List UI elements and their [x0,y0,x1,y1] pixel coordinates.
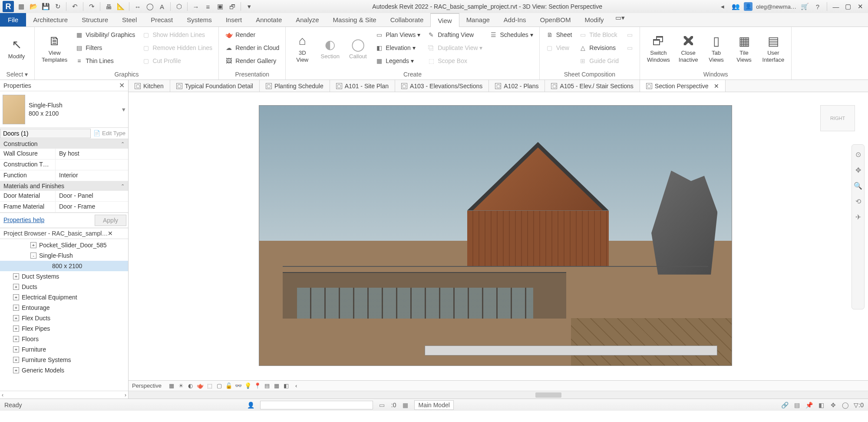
vc-crop-icon[interactable]: ⬚ [206,382,214,390]
vc-pin-icon[interactable]: 📍 [254,382,261,390]
browser-close-icon[interactable]: ✕ [108,230,113,237]
ribbon-tab-steel[interactable]: Steel [115,13,144,27]
tree-expander-icon[interactable]: + [13,284,19,290]
revit-logo-icon[interactable]: R [3,1,14,12]
paperplane-icon[interactable]: ✈ [854,213,862,221]
sheet-button[interactable]: 🗎Sheet [543,29,575,41]
model-icon[interactable]: ▦ [401,401,409,409]
qat-close-hidden-icon[interactable]: ▣ [215,2,225,11]
cart-icon[interactable]: 🛒 [800,2,809,11]
view-tab[interactable]: ▢A101 - Site Plan [330,80,395,92]
view-tab[interactable]: ▢A105 - Elev./ Stair Sections [545,80,640,92]
prop-row[interactable]: FunctionInterior [0,170,128,181]
elevation-button[interactable]: ◧Elevation ▾ [373,42,423,54]
viewport[interactable]: RIGHT ⊙ ✥ 🔍 ⟲ ✈ [129,92,868,380]
ribbon-tab-openbom[interactable]: OpenBOM [533,13,578,27]
callout-button[interactable]: ◯ Callout [345,29,371,68]
tab-close-icon[interactable]: ✕ [714,83,719,90]
ribbon-tab-collaborate[interactable]: Collaborate [383,13,431,27]
prop-row[interactable]: Construction T… [0,159,128,170]
drafting-view-button[interactable]: ✎Drafting View [425,29,485,41]
view-mode-label[interactable]: Perspective [132,382,162,389]
schedules-button[interactable]: ☰Schedules ▾ [487,29,535,41]
qat-measure-icon[interactable]: 📐 [116,2,125,11]
plan-views-button[interactable]: ▭Plan Views ▾ [373,29,423,41]
switch-windows-button[interactable]: 🗗Switch Windows [644,29,673,68]
keyboard-input[interactable] [260,401,373,409]
view-tab[interactable]: ▢A103 - Elevations/Sections [395,80,489,92]
vc-temp-icon[interactable]: 👓 [234,382,242,390]
scrollbar-thumb[interactable] [535,392,561,398]
render-button[interactable]: 🫖Render [222,29,282,41]
qat-redo-icon[interactable]: ↷ [87,2,96,11]
qat-open-icon[interactable]: 📂 [29,2,38,11]
tree-item[interactable]: +Electrical Equipment [0,292,128,302]
navigation-bar[interactable]: ⊙ ✥ 🔍 ⟲ ✈ [851,144,865,309]
qat-dropdown-icon[interactable]: ▾ [244,2,254,11]
user-name[interactable]: oleg@newma… [756,3,796,10]
tree-item[interactable]: -Single-Flush [0,250,128,261]
qat-section-icon[interactable]: → [191,2,201,11]
pan-icon[interactable]: ✥ [854,166,862,174]
3d-view-button[interactable]: ⌂ 3D View [289,29,315,68]
tree-expander-icon[interactable]: + [13,294,19,300]
qat-save-icon[interactable]: 💾 [41,2,50,11]
ribbon-tab-add-ins[interactable]: Add-Ins [497,13,533,27]
qat-grid-icon[interactable]: ▦ [17,2,26,11]
tree-expander-icon[interactable]: + [13,367,19,373]
prop-row[interactable]: Door MaterialDoor - Panel [0,191,128,202]
tree-expander-icon[interactable]: + [30,242,36,248]
tree-item[interactable]: +Generic Models [0,365,128,375]
tree-item[interactable]: +Furniture Systems [0,355,128,365]
orbit-icon[interactable]: ⟲ [854,197,862,206]
tree-item[interactable]: +Duct Systems [0,271,128,282]
ribbon-tab-precast[interactable]: Precast [144,13,180,27]
close-button[interactable]: ✕ [856,2,865,11]
prop-row[interactable]: Wall ClosureBy host [0,149,128,159]
chevron-down-icon[interactable]: ▾ [122,106,125,113]
prop-group-header[interactable]: Construction⌃ [0,139,128,149]
help-icon[interactable]: ? [813,2,822,11]
legends-button[interactable]: ▦Legends ▾ [373,55,423,67]
qat-dimension-icon[interactable]: ↔ [133,2,142,11]
visibility-graphics-button[interactable]: ▦Visibility/ Graphics [73,29,138,41]
ribbon-tab-manage[interactable]: Manage [459,13,497,27]
duplicate-view-button[interactable]: ⿻Duplicate View ▾ [425,42,485,54]
tree-expander-icon[interactable]: + [13,346,19,352]
qat-print-icon[interactable]: 🖶 [104,2,113,11]
view-tab[interactable]: ▢Section Perspective✕ [640,80,726,92]
select-links-icon[interactable]: 🔗 [781,401,789,409]
fullnav-icon[interactable]: ⊙ [854,150,862,159]
qat-3d-icon[interactable]: ⬡ [174,2,184,11]
tile-views-button[interactable]: ▦Tile Views [731,29,757,68]
prop-row[interactable]: Frame MaterialDoor - Frame [0,202,128,213]
select-pinned-icon[interactable]: 📌 [805,401,813,409]
vc-unlock-icon[interactable]: 🔓 [225,382,233,390]
file-tab[interactable]: File [0,13,26,27]
tab-views-button[interactable]: ▯Tab Views [703,29,729,68]
tree-item[interactable]: +Flex Pipes [0,323,128,334]
qat-sync-icon[interactable]: ↻ [53,2,63,11]
properties-help-link[interactable]: Properties help [2,215,95,226]
type-selector[interactable]: Single-Flush 800 x 2100 ▾ [0,91,128,128]
tree-item[interactable]: +Entourage [0,302,128,313]
qat-switch-icon[interactable]: 🗗 [228,2,237,11]
scroll-left-icon[interactable]: ‹ [2,392,3,398]
ribbon-tab-systems[interactable]: Systems [180,13,219,27]
worksharing-icon[interactable]: 👤 [247,401,255,409]
scroll-right-icon[interactable]: › [125,392,126,398]
qat-thin-icon[interactable]: ≡ [203,2,213,11]
vc-shadow-icon[interactable]: ◐ [187,382,195,390]
vc-phases-icon[interactable]: ◧ [282,382,290,390]
ribbon-tab-structure[interactable]: Structure [75,13,115,27]
vc-cropshow-icon[interactable]: ▢ [215,382,223,390]
view-templates-button[interactable]: 🗎 View Templates [38,29,71,68]
view-tab[interactable]: ▢A102 - Plans [489,80,545,92]
tree-item[interactable]: 800 x 2100 [0,261,128,271]
vc-sun-icon[interactable]: ☀ [177,382,185,390]
tree-item[interactable]: +Pocket_Slider_Door_585 [0,240,128,250]
ribbon-tab-architecture[interactable]: Architecture [26,13,75,27]
view-tab[interactable]: ▢Planting Schedule [260,80,330,92]
tree-expander-icon[interactable]: + [13,357,19,363]
render-cloud-button[interactable]: ☁Render in Cloud [222,42,282,54]
